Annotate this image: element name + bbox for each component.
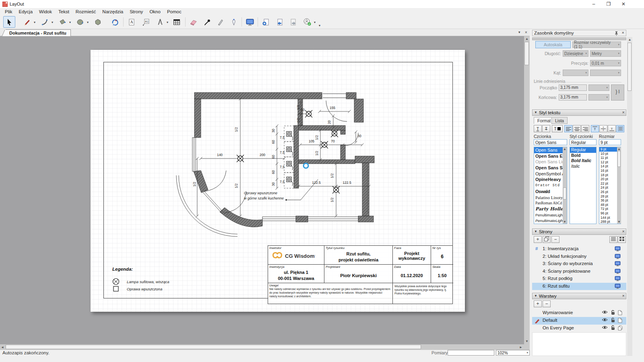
layer-unlock-icon[interactable] <box>611 325 615 330</box>
spacing-button[interactable] <box>616 125 624 132</box>
font-scroll-up-icon[interactable]: ▲ <box>563 147 566 151</box>
dimension-label[interactable]: 1/2 <box>234 183 238 188</box>
page-monitor-icon[interactable] <box>615 276 621 281</box>
layer-page-icon[interactable] <box>618 310 622 315</box>
layer-shared-pages-icon[interactable] <box>618 325 623 331</box>
table-tool-button[interactable] <box>171 16 183 28</box>
eraser-tool-button[interactable] <box>188 16 200 28</box>
page-monitor-icon[interactable] <box>615 284 621 289</box>
menu-strony[interactable]: Strony <box>126 9 146 14</box>
add-page-list-button[interactable]: + <box>534 236 542 243</box>
line-tool-caret[interactable]: ▾ <box>34 21 35 24</box>
add-layer-button[interactable]: + <box>534 300 542 307</box>
start-length-input[interactable]: 3,175 mm <box>559 84 587 91</box>
dimension-label[interactable]: 122.5 <box>343 181 351 185</box>
presentation-tool-button[interactable] <box>244 16 256 28</box>
page-row-6-selected[interactable]: 6: Rzut sufitu <box>532 283 626 290</box>
tray-scroll-up-icon[interactable]: ▲ <box>627 38 632 41</box>
length-unit-combo[interactable]: Metry▾ <box>590 50 621 57</box>
ceiling-lamp-symbol[interactable] <box>305 110 312 117</box>
font-option[interactable]: PenultimateLight <box>534 212 567 218</box>
font-option[interactable]: Open Sans <box>534 147 567 153</box>
tray-header[interactable]: Zasobnik domyślny × <box>532 30 626 36</box>
font-style-option[interactable]: Regular <box>570 147 596 153</box>
dimension-label[interactable]: 30 <box>357 134 361 138</box>
paper-sheet[interactable]: Oprawy wpuszczone w górne szafki kuchenn… <box>91 50 465 312</box>
scroll-up-icon[interactable]: ▲ <box>524 37 530 41</box>
angle-format-combo[interactable]: ▾ <box>563 70 588 76</box>
scroll-right-icon[interactable]: ► <box>519 346 522 349</box>
layer-unlock-icon[interactable] <box>611 310 615 315</box>
dimension-label[interactable]: 7,5 <box>280 165 285 169</box>
font-scroll-down-icon[interactable]: ▼ <box>563 220 566 224</box>
tray-close-icon[interactable]: × <box>622 30 624 35</box>
line-tool-button[interactable] <box>21 16 33 28</box>
style-tool-button[interactable] <box>201 16 213 28</box>
font-style-option[interactable]: Italic <box>570 164 596 169</box>
layers-close-icon[interactable]: × <box>622 293 625 298</box>
split-tool-button[interactable] <box>215 16 227 28</box>
measurements-input[interactable] <box>448 350 494 356</box>
next-page-button[interactable] <box>287 16 299 28</box>
scroll-left-icon[interactable]: ◄ <box>1 346 4 349</box>
align-center-button[interactable] <box>573 125 581 132</box>
dimension-label[interactable]: 1/2 <box>234 127 238 132</box>
font-option[interactable]: Open Sans Semi <box>534 165 567 171</box>
anchor-bottom-button[interactable]: T <box>608 125 616 132</box>
dimension-label[interactable]: 1/2 <box>296 118 300 123</box>
font-option[interactable]: Open Sans Extr <box>534 153 567 159</box>
font-style-option[interactable]: Bold Italic <box>570 158 596 164</box>
text-tool-button[interactable]: A <box>126 16 138 28</box>
restore-button[interactable]: ❐ <box>601 0 616 8</box>
end-length-input[interactable]: 3,175 mm <box>559 94 587 101</box>
menu-pomoc[interactable]: Pomoc <box>164 9 185 14</box>
page-monitor-icon[interactable] <box>615 269 621 274</box>
dimension-label[interactable]: 30 <box>271 182 275 186</box>
circle-tool-caret[interactable]: ▾ <box>87 21 89 24</box>
page-monitor-icon[interactable] <box>615 246 621 251</box>
collapsed-section-strip[interactable] <box>532 37 626 40</box>
page-row-1[interactable]: # 1: Inwentaryzacja <box>532 245 626 253</box>
anchor-middle-button[interactable]: TT <box>599 125 607 132</box>
remove-layer-button[interactable]: − <box>543 300 551 307</box>
annotation-line1[interactable]: Oprawy wpuszczone <box>244 191 277 195</box>
annotation-line2[interactable]: w górne szafki kuchenne <box>244 196 284 200</box>
underline-button[interactable]: T <box>534 125 542 132</box>
title-block[interactable]: Inwestor CG Wisdom ’ Tytuł rysunku Rzut … <box>268 245 453 304</box>
dimension-label[interactable]: 155 <box>330 106 335 110</box>
ceiling-lamp-symbol[interactable] <box>332 186 340 193</box>
layer-row-on-every-page[interactable]: On Every Page <box>532 325 626 332</box>
scale-combo[interactable]: Rozmiar rzeczywisty (1:1)▾ <box>572 41 621 48</box>
autoscale-button[interactable]: Autoskala <box>535 41 571 48</box>
align-right-button[interactable] <box>581 125 589 132</box>
page-row-4[interactable]: 4: Ściany projektowane <box>532 268 626 276</box>
dimension-label[interactable]: 1/2 <box>315 151 319 156</box>
page-grid-view-button[interactable] <box>618 236 626 243</box>
page-monitor-icon[interactable] <box>615 261 621 266</box>
start-arrow-combo[interactable]: ▾ <box>588 84 609 91</box>
dimension-label[interactable]: 7,5 <box>280 150 285 154</box>
scroll-down-icon[interactable]: ▼ <box>524 339 530 343</box>
size-scroll-up-icon[interactable]: ▲ <box>617 147 621 151</box>
drawing-canvas[interactable]: Oprawy wpuszczone w górne szafki kuchenn… <box>0 36 524 344</box>
dimension-label[interactable]: 60 <box>271 155 275 159</box>
pin-icon[interactable] <box>614 31 619 36</box>
pages-panel-header[interactable]: ▼ Strony × <box>532 228 626 235</box>
dimension-tool-caret[interactable]: ▾ <box>167 21 168 24</box>
menu-plik[interactable]: Plik <box>2 9 16 14</box>
vertical-scroll-thumb[interactable] <box>524 42 529 65</box>
dimension-label[interactable]: 1/2 <box>192 182 196 187</box>
menu-narzedzia[interactable]: Narzędzia <box>99 9 126 14</box>
font-option[interactable]: PenultimateLightIt <box>534 218 567 224</box>
tab-list-caret[interactable]: ▾ <box>518 30 520 34</box>
font-style-option[interactable]: Bold <box>570 153 596 158</box>
account-button[interactable] <box>301 16 313 28</box>
vertical-scrollbar[interactable]: ▲ ▼ <box>524 36 530 344</box>
dimension-label[interactable]: 1/2 <box>296 105 300 110</box>
font-option[interactable]: Palatino Linotyp <box>534 195 567 201</box>
angle-unit-combo[interactable]: ▾ <box>590 70 621 76</box>
page-list-view-button[interactable] <box>609 236 617 243</box>
menu-tekst[interactable]: Tekst <box>55 9 72 14</box>
font-option[interactable]: OpenSymbol AbC <box>534 171 567 177</box>
page-row-3[interactable]: 3: Ściany do wyburzenia <box>532 260 626 268</box>
